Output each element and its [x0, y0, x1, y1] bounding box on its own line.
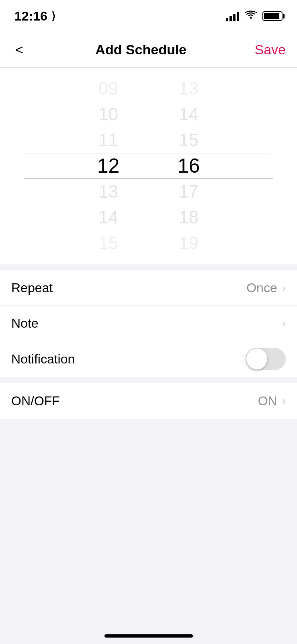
picker-left-column[interactable]: 09 10 11 12 13 14 15 [68, 76, 149, 256]
picker-item: 09 [68, 76, 149, 101]
back-button[interactable]: < [11, 38, 27, 62]
empty-area [0, 425, 297, 626]
chevron-right-icon: › [282, 317, 286, 330]
location-icon: ⟩ [51, 10, 55, 23]
picker-item: 15 [68, 230, 149, 256]
picker-item: 14 [68, 204, 149, 230]
repeat-value: Once [246, 281, 277, 295]
picker-item-selected: 16 [149, 153, 229, 179]
home-indicator [104, 634, 193, 638]
onoff-section: ON/OFF ON › [0, 383, 297, 419]
picker-item: 13 [149, 76, 229, 101]
onoff-value: ON [258, 394, 277, 409]
battery-icon [262, 11, 283, 21]
settings-section: Repeat Once › Note › Notification [0, 270, 297, 377]
picker-container: 09 10 11 12 13 14 15 13 14 15 16 17 18 1… [0, 76, 297, 256]
toggle-thumb [246, 349, 267, 369]
notification-row: Notification [0, 341, 297, 377]
picker-item: 14 [149, 101, 229, 127]
notification-toggle[interactable] [246, 348, 286, 370]
status-bar: 12:16 ⟩ [0, 0, 297, 32]
picker-item-selected: 12 [68, 153, 149, 179]
chevron-right-icon: › [282, 394, 286, 407]
onoff-value-container: ON › [258, 394, 286, 409]
onoff-row[interactable]: ON/OFF ON › [0, 383, 297, 419]
page-title: Add Schedule [95, 42, 186, 58]
picker-item: 19 [149, 230, 229, 256]
repeat-value-container: Once › [246, 281, 286, 295]
status-icons [226, 10, 283, 23]
repeat-label: Repeat [11, 281, 53, 295]
repeat-row[interactable]: Repeat Once › [0, 270, 297, 306]
nav-bar: < Add Schedule Save [0, 32, 297, 68]
signal-icon [226, 11, 239, 21]
wifi-icon [245, 10, 257, 23]
picker-item: 13 [68, 179, 149, 204]
note-row[interactable]: Note › [0, 306, 297, 341]
svg-point-0 [250, 17, 252, 19]
picker-right-column[interactable]: 13 14 15 16 17 18 19 [149, 76, 229, 256]
note-chevron: › [282, 317, 286, 330]
picker-item: 17 [149, 179, 229, 204]
picker-item: 18 [149, 204, 229, 230]
picker-item: 15 [149, 127, 229, 153]
notification-label: Notification [11, 352, 75, 367]
picker-item: 10 [68, 101, 149, 127]
onoff-label: ON/OFF [11, 394, 60, 409]
status-time: 12:16 ⟩ [14, 9, 55, 24]
picker-section[interactable]: 09 10 11 12 13 14 15 13 14 15 16 17 18 1… [0, 68, 297, 264]
note-label: Note [11, 316, 39, 331]
time-display: 12:16 [14, 9, 47, 24]
save-button[interactable]: Save [255, 42, 286, 58]
picker-item: 11 [68, 127, 149, 153]
chevron-right-icon: › [282, 282, 286, 295]
